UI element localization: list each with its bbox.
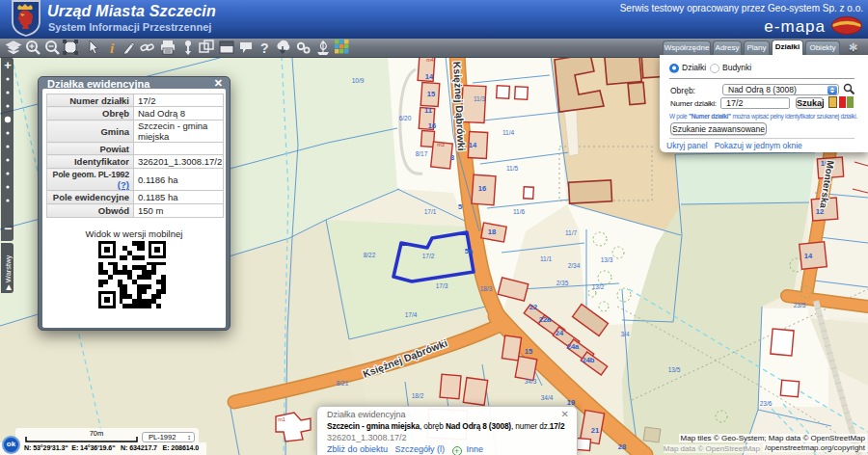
svg-text:21: 21 [591, 426, 599, 435]
svg-text:16: 16 [478, 184, 486, 193]
svg-text:▶ Warstwy: ▶ Warstwy [4, 254, 13, 290]
svg-text:11/1: 11/1 [540, 255, 553, 262]
svg-text:13/2: 13/2 [592, 283, 605, 290]
svg-text:11/3: 11/3 [474, 95, 486, 102]
svg-text:17/3: 17/3 [436, 282, 448, 289]
svg-text:23/5: 23/5 [794, 302, 806, 308]
svg-text:11/5: 11/5 [506, 165, 519, 172]
svg-text:17/1: 17/1 [424, 208, 437, 215]
svg-text:22a: 22a [539, 315, 552, 324]
svg-text:11/4: 11/4 [502, 129, 515, 136]
svg-text:28: 28 [618, 442, 626, 451]
svg-text:17/2: 17/2 [422, 253, 435, 259]
svg-text:+: + [4, 58, 12, 72]
svg-text:34/4: 34/4 [541, 394, 554, 401]
svg-text:11/6: 11/6 [513, 208, 526, 215]
svg-text:8/22: 8/22 [364, 252, 376, 258]
svg-text:18: 18 [488, 228, 496, 236]
svg-text:34/3: 34/3 [525, 378, 537, 385]
svg-text:−: − [4, 221, 12, 236]
svg-text:?: ? [260, 40, 269, 56]
svg-text:14: 14 [804, 252, 813, 260]
svg-text:24: 24 [556, 329, 564, 337]
svg-text:23/6: 23/6 [760, 400, 773, 407]
svg-text:m3: m3 [437, 142, 445, 147]
svg-text:13/5: 13/5 [668, 366, 681, 373]
svg-text:24b: 24b [583, 356, 595, 364]
svg-text:3/4: 3/4 [620, 331, 629, 337]
svg-text:16: 16 [428, 121, 436, 130]
svg-text:5: 5 [458, 202, 462, 211]
svg-text:24a: 24a [567, 342, 580, 351]
svg-text:11/7: 11/7 [565, 229, 578, 236]
svg-text:6/20: 6/20 [399, 115, 412, 121]
svg-text:10/9: 10/9 [352, 77, 365, 84]
svg-text:8/21: 8/21 [337, 380, 349, 387]
svg-text:15: 15 [525, 347, 532, 356]
svg-text:12: 12 [816, 207, 824, 216]
svg-text:i: i [110, 40, 115, 56]
svg-text:5a: 5a [465, 247, 474, 255]
svg-text:m1: m1 [278, 416, 285, 422]
svg-text:2/35: 2/35 [556, 280, 569, 286]
svg-text:17/4: 17/4 [405, 311, 418, 318]
svg-text:15: 15 [427, 90, 435, 98]
svg-text:3: 3 [450, 153, 454, 162]
svg-text:13/3: 13/3 [601, 256, 613, 263]
svg-text:18/3: 18/3 [480, 285, 493, 292]
svg-text:14: 14 [469, 141, 477, 149]
svg-text:22: 22 [529, 303, 537, 311]
svg-text:8/17: 8/17 [416, 150, 428, 157]
svg-text:11: 11 [424, 106, 432, 115]
svg-text:14: 14 [425, 72, 434, 81]
svg-text:2/34: 2/34 [568, 262, 581, 269]
svg-text:18/2: 18/2 [412, 392, 424, 399]
